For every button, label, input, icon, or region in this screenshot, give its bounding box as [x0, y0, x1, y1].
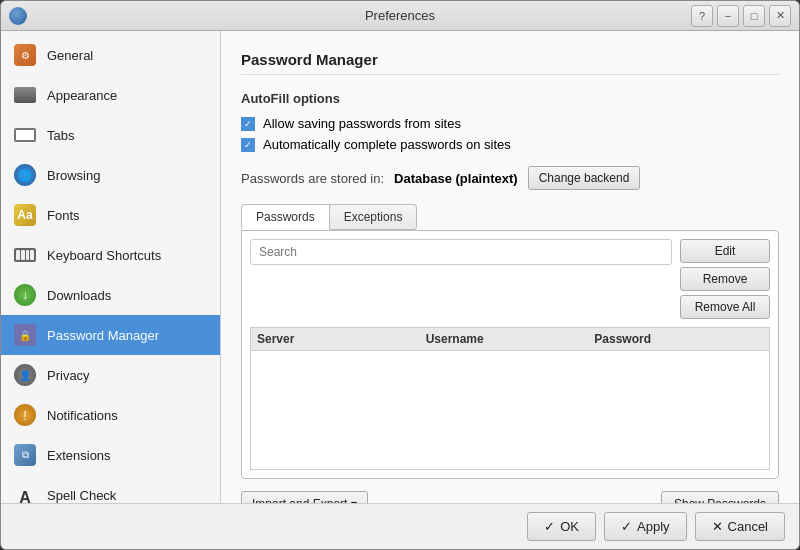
- sidebar-label-fonts: Fonts: [47, 208, 80, 223]
- sidebar-item-downloads[interactable]: ↓ Downloads: [1, 275, 220, 315]
- preferences-window: Preferences ? − □ ✕ ⚙ General Appearance: [0, 0, 800, 550]
- ok-label: OK: [560, 519, 579, 534]
- storage-label: Passwords are stored in:: [241, 171, 384, 186]
- import-export-button[interactable]: Import and Export ▾: [241, 491, 368, 503]
- password-icon: 🔒: [13, 323, 37, 347]
- sidebar-item-general[interactable]: ⚙ General: [1, 35, 220, 75]
- general-icon: ⚙: [13, 43, 37, 67]
- storage-row: Passwords are stored in: Database (plain…: [241, 166, 779, 190]
- maximize-button[interactable]: □: [743, 5, 765, 27]
- apply-label: Apply: [637, 519, 670, 534]
- autofill-option-2-label: Automatically complete passwords on site…: [263, 137, 511, 152]
- autofill-option-2-row: ✓ Automatically complete passwords on si…: [241, 137, 779, 152]
- close-button[interactable]: ✕: [769, 5, 791, 27]
- extensions-icon: ⧉: [13, 443, 37, 467]
- minimize-button[interactable]: −: [717, 5, 739, 27]
- change-backend-button[interactable]: Change backend: [528, 166, 641, 190]
- sidebar-label-extensions: Extensions: [47, 448, 111, 463]
- autofill-checkbox-2[interactable]: ✓: [241, 138, 255, 152]
- window-title: Preferences: [365, 8, 435, 23]
- tabs-icon: [13, 123, 37, 147]
- action-buttons: Edit Remove Remove All: [680, 239, 770, 319]
- appearance-icon: [13, 83, 37, 107]
- table-header: Server Username Password: [250, 327, 770, 350]
- ok-button[interactable]: ✓ OK: [527, 512, 596, 541]
- ok-check-icon: ✓: [544, 519, 555, 534]
- titlebar-left: [9, 7, 27, 25]
- sidebar-item-privacy[interactable]: 👤 Privacy: [1, 355, 220, 395]
- sidebar-label-general: General: [47, 48, 93, 63]
- col-password: Password: [594, 332, 763, 346]
- remove-all-button[interactable]: Remove All: [680, 295, 770, 319]
- sidebar-label-notifications: Notifications: [47, 408, 118, 423]
- sidebar-item-browsing[interactable]: 🌐 Browsing: [1, 155, 220, 195]
- autofill-option-1-label: Allow saving passwords from sites: [263, 116, 461, 131]
- sidebar-item-notifications[interactable]: ! Notifications: [1, 395, 220, 435]
- downloads-icon: ↓: [13, 283, 37, 307]
- privacy-icon: 👤: [13, 363, 37, 387]
- tabs-row: Passwords Exceptions: [241, 204, 779, 230]
- section-title: Password Manager: [241, 51, 779, 75]
- sidebar-label-keyboard: Keyboard Shortcuts: [47, 248, 161, 263]
- apply-check-icon: ✓: [621, 519, 632, 534]
- sidebar-label-downloads: Downloads: [47, 288, 111, 303]
- sidebar-item-extensions[interactable]: ⧉ Extensions: [1, 435, 220, 475]
- tab-passwords[interactable]: Passwords: [241, 204, 330, 230]
- show-passwords-button[interactable]: Show Passwords: [661, 491, 779, 503]
- search-and-buttons: Edit Remove Remove All: [250, 239, 770, 319]
- tab-exceptions[interactable]: Exceptions: [330, 204, 418, 230]
- sidebar-label-browsing: Browsing: [47, 168, 100, 183]
- help-button[interactable]: ?: [691, 5, 713, 27]
- storage-value: Database (plaintext): [394, 171, 518, 186]
- titlebar-controls: ? − □ ✕: [691, 5, 791, 27]
- autofill-option-1-row: ✓ Allow saving passwords from sites: [241, 116, 779, 131]
- table-body: [250, 350, 770, 470]
- sidebar-label-privacy: Privacy: [47, 368, 90, 383]
- sidebar: ⚙ General Appearance Tabs 🌐: [1, 31, 221, 503]
- search-input[interactable]: [250, 239, 672, 265]
- edit-button[interactable]: Edit: [680, 239, 770, 263]
- sidebar-item-fonts[interactable]: Aa Fonts: [1, 195, 220, 235]
- content-area: ⚙ General Appearance Tabs 🌐: [1, 31, 799, 503]
- sidebar-item-tabs[interactable]: Tabs: [1, 115, 220, 155]
- passwords-panel: Edit Remove Remove All Server Username P…: [241, 230, 779, 479]
- browsing-icon: 🌐: [13, 163, 37, 187]
- sidebar-label-tabs: Tabs: [47, 128, 74, 143]
- col-server: Server: [257, 332, 426, 346]
- titlebar: Preferences ? − □ ✕: [1, 1, 799, 31]
- footer: ✓ OK ✓ Apply ✕ Cancel: [1, 503, 799, 549]
- main-panel: Password Manager AutoFill options ✓ Allo…: [221, 31, 799, 503]
- sidebar-label-password: Password Manager: [47, 328, 159, 343]
- spellcheck-icon: A: [13, 483, 37, 503]
- cancel-x-icon: ✕: [712, 519, 723, 534]
- sidebar-item-keyboard-shortcuts[interactable]: Keyboard Shortcuts: [1, 235, 220, 275]
- sidebar-item-password-manager[interactable]: 🔒 Password Manager: [1, 315, 220, 355]
- cancel-label: Cancel: [728, 519, 768, 534]
- fonts-icon: Aa: [13, 203, 37, 227]
- keyboard-icon: [13, 243, 37, 267]
- autofill-checkbox-1[interactable]: ✓: [241, 117, 255, 131]
- sidebar-label-appearance: Appearance: [47, 88, 117, 103]
- sidebar-label-spellcheck: Spell Check: [47, 488, 116, 503]
- bottom-row: Import and Export ▾ Show Passwords: [241, 491, 779, 503]
- sidebar-item-appearance[interactable]: Appearance: [1, 75, 220, 115]
- cancel-button[interactable]: ✕ Cancel: [695, 512, 785, 541]
- app-icon: [9, 7, 27, 25]
- apply-button[interactable]: ✓ Apply: [604, 512, 687, 541]
- col-username: Username: [426, 332, 595, 346]
- autofill-title: AutoFill options: [241, 91, 779, 106]
- sidebar-item-spell-check[interactable]: A Spell Check: [1, 475, 220, 503]
- remove-button[interactable]: Remove: [680, 267, 770, 291]
- notifications-icon: !: [13, 403, 37, 427]
